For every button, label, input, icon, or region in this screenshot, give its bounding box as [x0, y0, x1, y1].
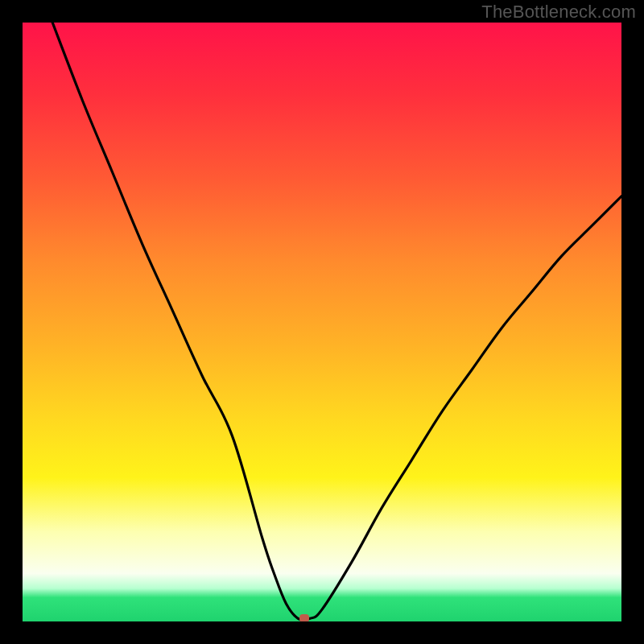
plot-area: [23, 23, 621, 621]
curve-layer: [23, 23, 621, 621]
optimum-marker: [299, 614, 309, 621]
chart-frame: TheBottleneck.com: [0, 0, 644, 644]
bottleneck-curve: [52, 23, 621, 620]
watermark-label: TheBottleneck.com: [481, 2, 636, 23]
